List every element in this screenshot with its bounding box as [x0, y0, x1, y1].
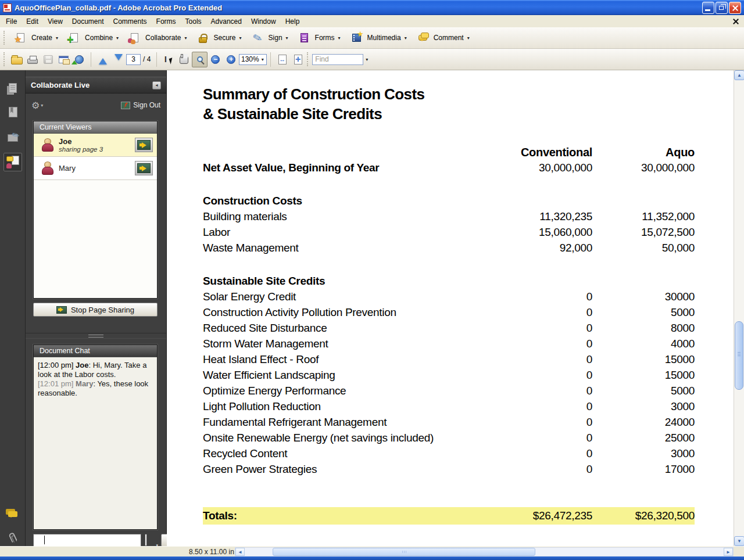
- gear-icon[interactable]: ⚙: [31, 100, 40, 111]
- menu-window[interactable]: Window: [246, 16, 281, 27]
- column-header-row: Conventional Aquo: [203, 144, 695, 160]
- row-label: Labor: [203, 225, 488, 240]
- menu-document[interactable]: Document: [67, 16, 109, 27]
- column-header-conventional: Conventional: [488, 145, 592, 160]
- combine-label: Combine: [85, 34, 113, 42]
- create-button[interactable]: ★ Create▾: [9, 28, 62, 48]
- find-dropdown-arrow-icon[interactable]: ▾: [366, 57, 368, 62]
- close-button[interactable]: [729, 2, 741, 14]
- row-conventional-value: 30,000,000: [488, 160, 592, 175]
- collapse-panel-button[interactable]: ◄: [152, 81, 161, 89]
- scroll-down-icon[interactable]: ▼: [734, 536, 744, 546]
- zoom-out-button[interactable]: −: [208, 52, 223, 67]
- row-aquo-value: 15,072,500: [592, 225, 695, 240]
- collaborate-live-panel-button[interactable]: [3, 153, 22, 171]
- panel-toolbar: ⚙ ▾ Sign Out: [26, 96, 166, 114]
- previous-page-button[interactable]: [95, 52, 110, 67]
- table-row: Waste Management92,00050,000: [203, 240, 695, 256]
- table-row: Storm Water Management04000: [203, 336, 695, 351]
- table-row: Building materials11,320,23511,352,000: [203, 209, 695, 224]
- open-button[interactable]: [9, 52, 24, 67]
- hand-tool-button[interactable]: [176, 52, 192, 67]
- toolbar-grip[interactable]: [3, 31, 5, 45]
- row-conventional-value: 0: [488, 368, 592, 383]
- zoom-level-select[interactable]: 130% ▾: [239, 54, 267, 65]
- scroll-up-icon[interactable]: ▲: [734, 70, 744, 80]
- horizontal-scrollbar[interactable]: ◄ ►: [235, 547, 734, 557]
- print-button[interactable]: [24, 52, 40, 67]
- follow-share-button[interactable]: [135, 161, 153, 175]
- follow-share-button[interactable]: [135, 138, 153, 152]
- fit-page-button[interactable]: ✛: [290, 52, 306, 67]
- menu-comments[interactable]: Comments: [109, 16, 152, 27]
- row-conventional-value: 0: [488, 289, 592, 304]
- row-label: Light Pollution Reduction: [203, 399, 488, 414]
- combine-button[interactable]: + Combine▾: [62, 28, 123, 48]
- panel-splitter-handle[interactable]: [26, 333, 166, 339]
- row-aquo-value: 15000: [592, 368, 695, 383]
- secure-button[interactable]: Secure▾: [191, 28, 245, 48]
- dropdown-arrow-icon: ▾: [286, 35, 288, 41]
- find-input[interactable]: [312, 54, 363, 65]
- restore-button[interactable]: [716, 2, 728, 14]
- fit-width-button[interactable]: ↔: [274, 52, 290, 67]
- dropdown-arrow-icon: ▾: [184, 35, 187, 41]
- toolbar-grip[interactable]: [3, 52, 5, 66]
- attachments-panel-button[interactable]: [3, 528, 22, 547]
- signatures-panel-button[interactable]: [3, 128, 22, 147]
- menu-edit[interactable]: Edit: [22, 16, 43, 27]
- marquee-zoom-button[interactable]: [192, 52, 208, 67]
- gear-dropdown-arrow-icon[interactable]: ▾: [41, 103, 43, 108]
- row-label: Storm Water Management: [203, 336, 488, 351]
- save-button[interactable]: [40, 52, 56, 67]
- comment-button[interactable]: Comment▾: [411, 28, 474, 48]
- menu-advanced[interactable]: Advanced: [206, 16, 246, 27]
- stop-page-sharing-button[interactable]: Stop Page Sharing: [33, 303, 158, 317]
- minimize-button[interactable]: [702, 2, 714, 14]
- scroll-right-icon[interactable]: ►: [724, 548, 733, 556]
- multimedia-button[interactable]: ★ Multimedia▾: [345, 28, 411, 48]
- chat-input[interactable]: [33, 534, 141, 547]
- menu-view[interactable]: View: [43, 16, 67, 27]
- vertical-scrollbar[interactable]: ▲ ▼: [734, 70, 744, 546]
- window-title: AquoOfficePlan_collab.pdf - Adobe Acroba…: [15, 3, 222, 12]
- pages-panel-button[interactable]: [3, 78, 22, 97]
- save-icon: [44, 55, 53, 64]
- menu-file[interactable]: File: [1, 16, 22, 27]
- horizontal-scrollbar-thumb[interactable]: [273, 548, 535, 556]
- select-tool-button[interactable]: [160, 52, 176, 67]
- totals-aquo-value: $26,320,500: [592, 508, 695, 523]
- chat-color-picker[interactable]: ▾: [145, 535, 157, 546]
- sign-button[interactable]: ✎ Sign▾: [246, 28, 292, 48]
- scroll-left-icon[interactable]: ◄: [235, 548, 245, 556]
- close-document-icon[interactable]: [732, 18, 739, 25]
- page-total-label: / 4: [143, 55, 151, 63]
- viewer-row-joe[interactable]: Joe sharing page 3: [34, 134, 157, 157]
- email-button[interactable]: [56, 52, 71, 67]
- document-page[interactable]: Summary of Construction Costs & Sustaina…: [167, 70, 744, 546]
- window-bottom-border: [0, 557, 744, 560]
- collaborate-button[interactable]: Collaborate▾: [123, 28, 191, 48]
- upload-to-web-button[interactable]: [71, 52, 87, 67]
- acrobat-pdf-icon: [3, 3, 12, 12]
- menu-forms[interactable]: Forms: [152, 16, 181, 27]
- multimedia-icon: ★: [349, 30, 364, 46]
- zoom-in-button[interactable]: +: [223, 52, 239, 67]
- toolbar-grip[interactable]: [307, 52, 309, 66]
- comments-panel-button[interactable]: [3, 505, 22, 523]
- menu-tools[interactable]: Tools: [181, 16, 206, 27]
- sign-out-button[interactable]: Sign Out: [121, 101, 160, 109]
- row-aquo-value: 5000: [592, 305, 695, 320]
- table-row: Light Pollution Reduction03000: [203, 399, 695, 414]
- menu-help[interactable]: Help: [281, 16, 305, 27]
- viewer-row-mary[interactable]: Mary: [34, 157, 157, 180]
- next-page-button[interactable]: [110, 52, 126, 67]
- navigation-toolbar: / 4 − + 130% ▾ ↔ ✛ ▾: [0, 49, 744, 70]
- forms-button[interactable]: Forms▾: [292, 28, 345, 48]
- vertical-scrollbar-thumb[interactable]: [735, 321, 743, 390]
- viewer-name: Mary: [59, 164, 76, 173]
- task-toolbar: ★ Create▾ + Combine▾ Collaborate▾ Secure…: [0, 27, 744, 49]
- bookmarks-panel-button[interactable]: [3, 103, 22, 121]
- horizontal-scrollbar-track[interactable]: [245, 548, 724, 556]
- page-number-input[interactable]: [126, 54, 141, 65]
